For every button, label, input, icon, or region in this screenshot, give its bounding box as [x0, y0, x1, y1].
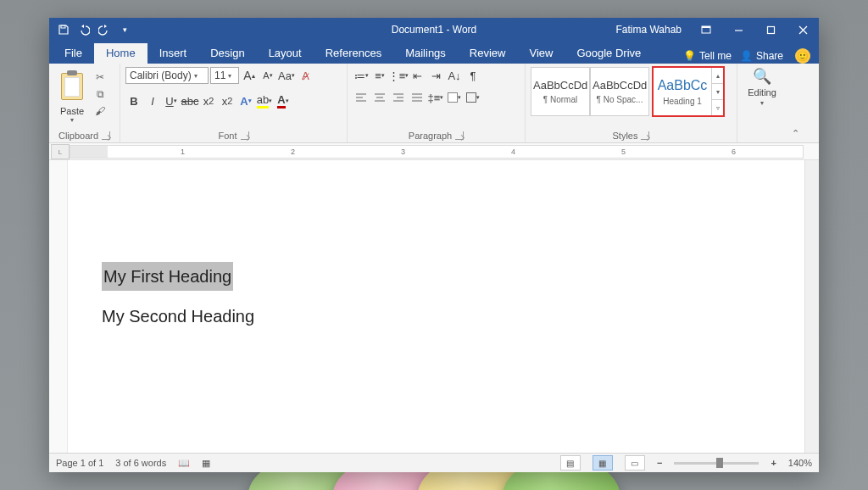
tab-references[interactable]: References: [314, 43, 393, 64]
bullets-icon[interactable]: ≔▾: [353, 67, 370, 84]
document-area: My First Heading My Second Heading: [49, 160, 819, 453]
bold-button[interactable]: B: [125, 92, 142, 109]
strike-button[interactable]: abc: [181, 92, 198, 109]
align-left-icon[interactable]: [353, 89, 370, 106]
spellcheck-icon[interactable]: 📖: [178, 458, 190, 469]
redo-icon[interactable]: [98, 24, 110, 36]
cut-icon[interactable]: ✂: [93, 70, 107, 84]
close-button[interactable]: [787, 18, 819, 42]
tab-layout[interactable]: Layout: [257, 43, 314, 64]
decrease-indent-icon[interactable]: ⇤: [409, 67, 426, 84]
font-size-combo[interactable]: 11▾: [210, 67, 239, 84]
justify-icon[interactable]: [409, 89, 426, 106]
tab-google-drive[interactable]: Google Drive: [565, 43, 653, 64]
tab-insert[interactable]: Insert: [147, 43, 199, 64]
copy-icon[interactable]: ⧉: [93, 87, 107, 101]
save-icon[interactable]: [58, 24, 70, 36]
zoom-slider[interactable]: [674, 462, 759, 465]
ribbon-tabs: File Home Insert Design Layout Reference…: [49, 42, 819, 64]
zoom-level[interactable]: 140%: [788, 458, 812, 468]
clear-format-icon[interactable]: A̷: [297, 67, 314, 84]
zoom-in-icon[interactable]: +: [771, 458, 776, 468]
svg-rect-4: [767, 26, 774, 33]
clipboard-launcher-icon[interactable]: [102, 131, 110, 140]
tab-view[interactable]: View: [517, 43, 565, 64]
align-center-icon[interactable]: [371, 89, 388, 106]
styles-launcher-icon[interactable]: [641, 131, 649, 140]
page-indicator[interactable]: Page 1 of 1: [56, 458, 103, 468]
text-effects-icon[interactable]: A▾: [237, 92, 254, 109]
collapse-ribbon-icon[interactable]: ⌃: [787, 64, 804, 142]
tab-review[interactable]: Review: [458, 43, 518, 64]
title-bar: ▾ Document1 - Word Fatima Wahab: [49, 18, 819, 42]
tab-design[interactable]: Design: [198, 43, 256, 64]
styles-scroll-down-icon[interactable]: ▾: [712, 84, 723, 100]
grow-font-icon[interactable]: A▴: [241, 67, 258, 84]
change-case-icon[interactable]: Aa▾: [278, 67, 295, 84]
paste-button[interactable]: Paste ▾: [54, 67, 90, 124]
tell-me[interactable]: 💡Tell me: [683, 50, 732, 62]
tab-mailings[interactable]: Mailings: [393, 43, 458, 64]
increase-indent-icon[interactable]: ⇥: [427, 67, 444, 84]
clipboard-icon: [61, 73, 83, 100]
maximize-button[interactable]: [754, 18, 787, 42]
horizontal-ruler[interactable]: L 1 2 3 4 5 6: [49, 143, 819, 160]
clipboard-group-label: Clipboard: [58, 131, 98, 141]
find-icon: 🔍: [753, 67, 771, 86]
heading-2-text[interactable]: My Second Heading: [102, 303, 804, 330]
read-mode-icon[interactable]: ▤: [560, 455, 581, 471]
feedback-smiley-icon[interactable]: 🙂: [795, 48, 810, 64]
show-marks-icon[interactable]: ¶: [465, 67, 481, 84]
style-heading-1[interactable]: AaBbCc Heading 1: [653, 67, 712, 116]
subscript-button[interactable]: x2: [200, 92, 217, 109]
word-window: ▾ Document1 - Word Fatima Wahab File Hom…: [49, 18, 819, 472]
editing-button[interactable]: 🔍 Editing ▾: [743, 67, 782, 107]
share-button[interactable]: 👤Share: [740, 50, 783, 62]
zoom-out-icon[interactable]: −: [657, 458, 662, 468]
user-name[interactable]: Fatima Wahab: [607, 24, 690, 36]
vertical-ruler[interactable]: [49, 160, 68, 453]
heading-1-text[interactable]: My First Heading: [102, 262, 233, 291]
style-normal[interactable]: AaBbCcDd ¶ Normal: [531, 67, 590, 116]
ribbon-display-icon[interactable]: [690, 18, 722, 42]
style-no-spacing[interactable]: AaBbCcDd ¶ No Spac...: [590, 67, 649, 116]
group-editing: 🔍 Editing ▾: [737, 64, 787, 142]
multilevel-icon[interactable]: ⋮≡▾: [390, 67, 407, 84]
undo-icon[interactable]: [78, 24, 90, 36]
shrink-font-icon[interactable]: A▾: [259, 67, 276, 84]
minimize-button[interactable]: [722, 18, 754, 42]
line-spacing-icon[interactable]: ‡≡▾: [427, 89, 444, 106]
font-name-combo[interactable]: Calibri (Body)▾: [125, 67, 209, 84]
web-layout-icon[interactable]: ▭: [625, 455, 645, 471]
numbering-icon[interactable]: ≡▾: [371, 67, 388, 84]
qat-customize-icon[interactable]: ▾: [119, 24, 131, 36]
vertical-scrollbar[interactable]: [804, 160, 819, 453]
lightbulb-icon: 💡: [683, 50, 696, 62]
styles-scroll-up-icon[interactable]: ▴: [712, 68, 723, 84]
sort-icon[interactable]: A↓: [446, 67, 463, 84]
group-styles: AaBbCcDd ¶ Normal AaBbCcDd ¶ No Spac... …: [526, 64, 737, 142]
paragraph-launcher-icon[interactable]: [455, 131, 464, 140]
superscript-button[interactable]: x2: [219, 92, 236, 109]
word-count[interactable]: 3 of 6 words: [115, 458, 166, 468]
styles-expand-icon[interactable]: ▿: [712, 100, 723, 115]
print-layout-icon[interactable]: ▦: [593, 455, 613, 471]
shading-icon[interactable]: ▾: [446, 89, 463, 106]
page[interactable]: My First Heading My Second Heading: [68, 160, 804, 453]
svg-rect-0: [61, 25, 65, 28]
tab-selector[interactable]: L: [51, 144, 70, 159]
font-color-icon[interactable]: A▾: [275, 92, 292, 109]
macro-icon[interactable]: ▦: [202, 458, 210, 469]
styles-scroll: ▴ ▾ ▿: [712, 67, 724, 116]
font-launcher-icon[interactable]: [241, 131, 249, 140]
window-title: Document1 - Word: [392, 24, 476, 36]
tab-home[interactable]: Home: [94, 43, 147, 64]
italic-button[interactable]: I: [144, 92, 161, 109]
align-right-icon[interactable]: [390, 89, 407, 106]
underline-button[interactable]: U▾: [163, 92, 180, 109]
borders-icon[interactable]: ▾: [465, 89, 481, 106]
format-painter-icon[interactable]: 🖌: [93, 104, 107, 118]
status-bar: Page 1 of 1 3 of 6 words 📖 ▦ ▤ ▦ ▭ − + 1…: [49, 453, 819, 472]
tab-file[interactable]: File: [53, 43, 94, 64]
highlight-icon[interactable]: ab▾: [256, 92, 273, 109]
